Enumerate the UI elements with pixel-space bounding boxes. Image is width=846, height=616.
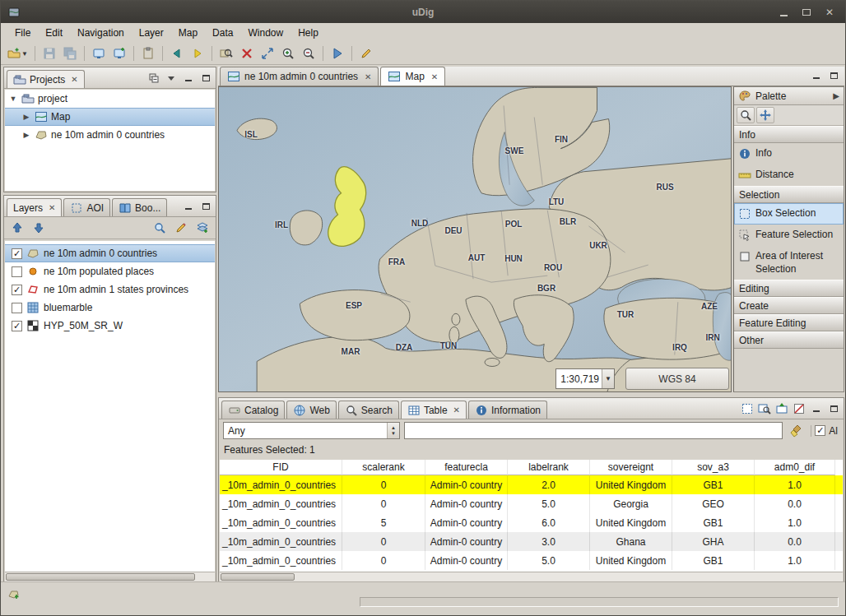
tab-boo[interactable]: Boo... — [112, 198, 167, 216]
zoom-to-fit-button[interactable] — [258, 44, 277, 63]
collapsed-expander-icon[interactable]: ▶ — [21, 131, 31, 139]
editor-tab-ne-10m-admin-0-countries[interactable]: ne 10m admin 0 countries✕ — [220, 67, 379, 86]
expanded-expander-icon[interactable]: ▼ — [8, 95, 18, 103]
clear-selection-button[interactable] — [792, 402, 806, 415]
view-menu-icon[interactable] — [164, 72, 179, 84]
column-header-labelrank[interactable]: labelrank — [508, 460, 590, 475]
new-button[interactable]: ▼ — [5, 44, 30, 63]
tab-aoi[interactable]: AOI — [63, 198, 110, 216]
chevron-right-icon[interactable]: ▶ — [833, 91, 839, 100]
pan-tool-button[interactable] — [756, 107, 774, 123]
promote-selection-button[interactable] — [774, 402, 789, 415]
clear-search-button[interactable] — [787, 422, 806, 440]
maximize-editor-icon[interactable] — [826, 69, 841, 81]
layer-visibility-checkbox[interactable] — [12, 303, 22, 313]
layer-visibility-checkbox[interactable]: ✓ — [12, 285, 22, 295]
maximize-button[interactable] — [797, 5, 816, 20]
minimize-button[interactable] — [774, 5, 793, 20]
spinner-icon[interactable]: ▲▼ — [387, 423, 399, 438]
run-button[interactable] — [328, 44, 347, 63]
tree-item-ne-10m-admin-0-countries[interactable]: ▶ne 10m admin 0 countries — [5, 126, 215, 144]
zoom-to-selection-button[interactable] — [757, 402, 772, 415]
drawer-feature-editing[interactable]: Feature Editing — [734, 314, 844, 331]
scale-combo[interactable]: 1:30,719 ▼ — [555, 368, 615, 389]
layer-item-bluemarble[interactable]: bluemarble — [5, 299, 215, 317]
minimize-view-icon[interactable] — [809, 402, 824, 415]
table-row[interactable]: _10m_admin_0_countries0Admin-0 country2.… — [220, 475, 843, 494]
column-header-scalerank[interactable]: scalerank — [342, 460, 425, 475]
close-tab-icon[interactable]: ✕ — [365, 72, 371, 81]
dropdown-arrow-icon[interactable]: ▼ — [21, 50, 28, 58]
collapse-all-icon[interactable] — [146, 72, 161, 84]
table-row[interactable]: _10m_admin_0_countries5Admin-0 country6.… — [220, 513, 843, 532]
menu-edit[interactable]: Edit — [38, 25, 70, 41]
table-row[interactable]: _10m_admin_0_countries0Admin-0 country3.… — [220, 532, 843, 551]
zoom-to-layer-button[interactable] — [150, 219, 170, 237]
back-button[interactable] — [167, 44, 187, 63]
copy-button[interactable] — [138, 44, 158, 63]
tree-item-map[interactable]: ▶Map — [5, 108, 215, 126]
map-canvas[interactable]: ISLSWEFINRUSLTUBLRIRLNLDDEUPOLUKRFRAAUTH… — [218, 86, 732, 392]
minimize-editor-icon[interactable] — [809, 69, 824, 81]
menu-navigation[interactable]: Navigation — [70, 25, 132, 41]
column-header-sov-a3[interactable]: sov_a3 — [672, 460, 755, 475]
layer-visibility-checkbox[interactable]: ✓ — [12, 321, 22, 331]
palette-item-area-of-interest-selection[interactable]: Area of Interest Selection — [734, 246, 844, 280]
table-hscrollbar[interactable] — [220, 572, 843, 581]
palette-item-feature-selection[interactable]: Feature Selection — [734, 225, 844, 246]
delete-button[interactable] — [237, 44, 257, 63]
drawer-create[interactable]: Create — [734, 297, 844, 314]
zoom-extent-button[interactable] — [216, 44, 236, 63]
column-header-adm0-dif[interactable]: adm0_dif — [755, 460, 835, 475]
new-layer-status-icon[interactable] — [7, 587, 21, 600]
minimize-view-icon[interactable] — [181, 200, 196, 212]
menu-help[interactable]: Help — [291, 25, 326, 41]
palette-header[interactable]: Palette ▶ — [734, 87, 844, 105]
tab-web[interactable]: Web — [286, 401, 336, 419]
all-checkbox[interactable]: ✓ — [815, 425, 825, 436]
tab-layers[interactable]: Layers✕ — [7, 198, 62, 216]
drawer-selection[interactable]: Selection — [734, 186, 844, 203]
table-hscroll-thumb[interactable] — [221, 573, 295, 581]
column-header-sovereignt[interactable]: sovereignt — [590, 460, 672, 475]
style-editor-button[interactable] — [171, 219, 191, 237]
layer-item-ne-10m-admin-0-countries[interactable]: ✓ne 10m admin 0 countries — [5, 244, 215, 262]
palette-item-info[interactable]: Info — [734, 143, 844, 164]
chevron-down-icon[interactable]: ▼ — [602, 369, 614, 388]
maximize-view-icon[interactable] — [198, 200, 213, 212]
layer-item-ne-10m-admin-1-states-provinces[interactable]: ✓ne 10m admin 1 states provinces — [5, 280, 215, 299]
menu-layer[interactable]: Layer — [132, 25, 171, 41]
layers-hscrollbar[interactable] — [5, 572, 215, 581]
close-tab-icon[interactable]: ✕ — [71, 75, 77, 84]
column-header-fid[interactable]: FID — [220, 460, 342, 475]
zoom-out-button[interactable] — [299, 44, 318, 63]
close-button[interactable]: ✕ — [820, 5, 839, 20]
tab-search[interactable]: Search — [338, 401, 399, 419]
edit-tool-button[interactable] — [356, 44, 376, 63]
close-tab-icon[interactable]: ✕ — [431, 72, 438, 81]
save-button[interactable] — [40, 44, 59, 63]
palette-item-box-selection[interactable]: Box Selection — [734, 203, 844, 225]
tab-table[interactable]: Table✕ — [401, 401, 467, 419]
title-bar[interactable]: uDig ✕ — [1, 1, 845, 23]
zoom-in-button[interactable] — [278, 44, 298, 63]
save-all-button[interactable] — [60, 44, 80, 63]
zoom-tool-button[interactable] — [737, 107, 755, 123]
tab-information[interactable]: Information — [468, 401, 547, 419]
menu-file[interactable]: File — [7, 25, 38, 41]
menu-window[interactable]: Window — [240, 25, 291, 41]
crs-button[interactable]: WGS 84 — [625, 368, 729, 390]
move-layer-up-button[interactable] — [7, 219, 27, 237]
attribute-filter-combo[interactable]: Any ▲▼ — [223, 422, 400, 439]
tree-item-project[interactable]: ▼project — [5, 90, 215, 108]
menu-data[interactable]: Data — [205, 25, 240, 41]
table-row[interactable]: _10m_admin_0_countries0Admin-0 country5.… — [220, 494, 843, 513]
column-header-featurecla[interactable]: featurecla — [425, 460, 508, 475]
collapsed-expander-icon[interactable]: ▶ — [21, 113, 31, 121]
layers-hscroll-thumb[interactable] — [6, 573, 195, 581]
new-window-button[interactable] — [109, 44, 129, 63]
layer-visibility-checkbox[interactable] — [12, 266, 22, 277]
tab-catalog[interactable]: Catalog — [221, 401, 285, 419]
editor-tab-map[interactable]: Map✕ — [380, 67, 445, 86]
drawer-other[interactable]: Other — [734, 331, 844, 349]
